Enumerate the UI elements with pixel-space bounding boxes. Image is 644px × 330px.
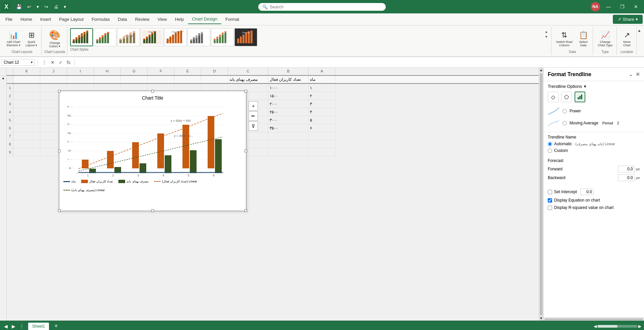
user-avatar[interactable]: NA [591, 2, 600, 11]
cell-1-A[interactable]: ۱ [309, 84, 335, 92]
automatic-option[interactable]: Automatic Linear (باند پهنای مصرف) [548, 142, 640, 146]
customize-button[interactable]: 🖨 [52, 3, 60, 11]
formula-function-icon[interactable]: fx [65, 59, 72, 66]
col-header-A[interactable]: A [309, 68, 335, 75]
custom-radio[interactable] [548, 149, 552, 153]
chart-handle-nw[interactable] [58, 90, 61, 93]
power-radio[interactable] [562, 109, 567, 113]
display-r-squared-checkbox[interactable] [548, 206, 552, 210]
name-box-dropdown[interactable]: ▾ [31, 60, 33, 64]
restore-button[interactable]: ❐ [617, 3, 628, 11]
ribbon-collapse[interactable]: ▲ [637, 27, 641, 55]
cell-6-B[interactable]: ۳۵۰۰ [268, 124, 309, 132]
vertical-scrollbar[interactable]: ▲ ▼ [539, 68, 543, 321]
chart-style-3[interactable]: Chart Title [117, 28, 140, 46]
undo-dropdown[interactable]: ▾ [35, 3, 41, 11]
chart-handle-se[interactable] [245, 209, 247, 212]
display-equation-checkbox[interactable] [548, 198, 552, 203]
menu-file[interactable]: File [1, 15, 16, 24]
moving-average-radio[interactable] [562, 121, 567, 125]
cell-5-B[interactable]: ۳۰۰۰ [268, 116, 309, 124]
cell-3-B[interactable]: ۲۰۰۰ [268, 100, 309, 108]
formula-input[interactable] [77, 60, 643, 65]
move-chart-button[interactable]: ↗ MoveChart [620, 30, 634, 48]
menu-chart-design[interactable]: Chart Design [188, 14, 221, 24]
share-button[interactable]: ↗ Share ▾ [613, 15, 643, 24]
cell-6-A[interactable]: ۶ [309, 124, 335, 132]
panel-scroll-thumb[interactable] [544, 318, 643, 320]
backward-input[interactable] [618, 174, 635, 181]
minimize-button[interactable]: — [603, 3, 614, 11]
sheet-tab-1[interactable]: Sheet1 [28, 323, 49, 330]
menu-help[interactable]: Help [171, 15, 188, 24]
menu-format[interactable]: Format [221, 15, 243, 24]
display-r-squared-row[interactable]: Display R-squared value on chart [548, 204, 640, 211]
col-header-J[interactable]: J [40, 68, 67, 75]
col-header-H[interactable]: H [94, 68, 121, 75]
chart-style-2[interactable] [94, 28, 116, 46]
automatic-radio[interactable] [548, 142, 552, 146]
cell-2-B[interactable]: ۱۵۰۰ [268, 92, 309, 100]
chart-filter-btn[interactable]: ⊽ [249, 121, 258, 131]
scroll-down-icon[interactable]: ▼ [544, 35, 549, 39]
scroll-down-button[interactable]: ▼ [539, 316, 543, 321]
col-header-B[interactable]: B [268, 68, 309, 75]
menu-review[interactable]: Review [131, 15, 154, 24]
chart-handle-sw[interactable] [58, 209, 61, 212]
add-sheet-button[interactable]: + [54, 323, 58, 330]
chart-style-6[interactable] [187, 28, 210, 46]
trendline-option-moving-average[interactable]: Moving Average Period 2 [548, 117, 640, 129]
panel-expand-icon[interactable]: ⌄ [629, 71, 633, 77]
chart-style-7[interactable] [211, 28, 234, 46]
fill-icon-btn[interactable]: ◇ [548, 92, 558, 102]
pentagon-icon-btn[interactable]: ⬠ [561, 92, 572, 102]
redo-button[interactable]: ↪ [42, 3, 50, 11]
cell-1-K[interactable] [13, 84, 40, 92]
panel-horizontal-scrollbar[interactable] [544, 317, 644, 321]
cell-4-B[interactable]: ۲۵۰۰ [268, 108, 309, 116]
trendline-option-power[interactable]: Power [548, 105, 640, 117]
col-header-D[interactable]: D [201, 68, 228, 75]
close-button[interactable]: ✕ [631, 3, 641, 11]
hscroll-track[interactable] [597, 325, 638, 328]
cell-header-C[interactable]: مصرف پهنای باند [228, 76, 268, 83]
chart-style-5[interactable]: Chart Title [164, 28, 187, 46]
scroll-thumb[interactable] [540, 73, 543, 315]
cell-3-K[interactable] [13, 100, 40, 108]
hscroll-left-icon[interactable]: ◀ [594, 324, 597, 329]
cell-2-A[interactable]: ۲ [309, 92, 335, 100]
bar-chart-icon-btn[interactable] [575, 92, 585, 102]
change-chart-type-button[interactable]: 📈 ChangeChart Type [596, 30, 614, 48]
trendline-options-header[interactable]: Trendline Options ▾ [548, 84, 640, 89]
col-header-G[interactable]: G [121, 68, 148, 75]
chart-handle-ne[interactable] [245, 90, 247, 93]
undo-button[interactable]: ↩ [25, 3, 33, 11]
cell-5-K[interactable] [13, 116, 40, 124]
chart-handle-n[interactable] [151, 90, 154, 93]
search-input[interactable] [270, 4, 382, 9]
style-scroll[interactable]: ▲ ▼ [544, 30, 549, 39]
chart-object[interactable]: + ✏ ⊽ Chart Title ۴۰۰۰ ۳۵۰۰ ۳۰۰۰ ۲۵۰۰ ۲۰… [59, 91, 247, 211]
menu-insert[interactable]: Insert [36, 15, 55, 24]
cell-header-A[interactable]: ماه [309, 76, 335, 83]
chart-add-element-btn[interactable]: + [249, 101, 258, 111]
chart-title[interactable]: Chart Title [63, 95, 242, 101]
panel-close-icon[interactable]: ✕ [636, 71, 640, 77]
more-button[interactable]: ▾ [62, 3, 68, 11]
cell-3-A[interactable]: ۳ [309, 100, 335, 108]
col-header-F[interactable]: F [148, 68, 174, 75]
menu-view[interactable]: View [153, 15, 171, 24]
quick-layout-button[interactable]: ⊞ QuickLayout ▾ [24, 30, 40, 48]
col-header-I[interactable]: I [67, 68, 94, 75]
formula-confirm-icon[interactable]: ✓ [57, 59, 64, 66]
menu-data[interactable]: Data [114, 15, 131, 24]
switch-row-column-button[interactable]: ⇅ Switch Row/Column [554, 30, 575, 48]
scroll-left-button[interactable]: ◀ [3, 323, 9, 330]
set-intercept-checkbox[interactable] [548, 190, 552, 194]
add-chart-element-button[interactable]: 📊 Add ChartElement ▾ [5, 30, 22, 48]
menu-page-layout[interactable]: Page Layout [55, 15, 88, 24]
hscroll-right-icon[interactable]: ▶ [638, 324, 641, 329]
col-header-E[interactable]: E [174, 68, 201, 75]
horizontal-scroll-area[interactable]: ◀ ▶ [594, 324, 641, 329]
search-box[interactable]: 🔍 [258, 3, 386, 11]
